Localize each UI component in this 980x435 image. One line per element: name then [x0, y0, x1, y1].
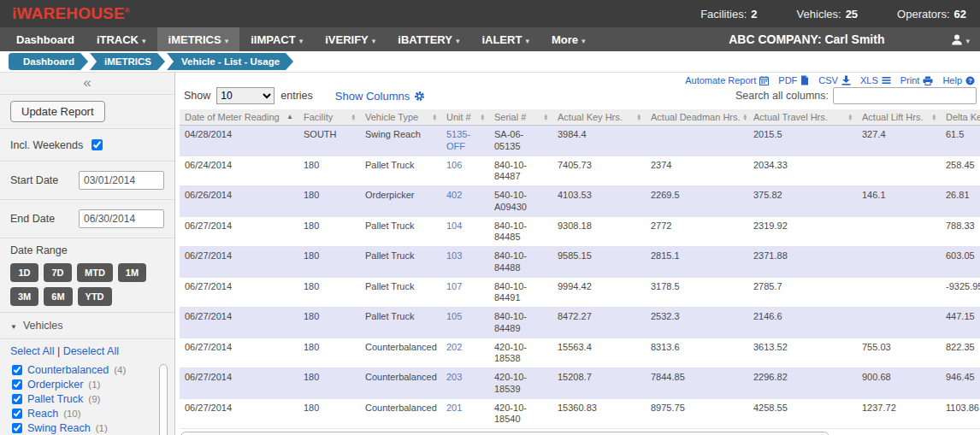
vehicle-filter-checkbox[interactable]: [12, 423, 22, 433]
table-cell: 7844.85: [646, 368, 748, 399]
vehicle-filter-item: Swing Reach(1): [12, 420, 154, 435]
column-header-label: Serial #: [494, 112, 526, 122]
unit-number-link[interactable]: 201: [446, 403, 462, 413]
breadcrumb-item-dashboard[interactable]: Dashboard: [9, 53, 88, 70]
unit-number-link[interactable]: 107: [446, 281, 462, 291]
vehicle-filter-checkbox[interactable]: [12, 409, 22, 419]
table-cell: 106: [441, 156, 489, 186]
table-cell: 180: [298, 277, 360, 308]
date-range-button-1d[interactable]: 1D: [10, 263, 38, 282]
vehicle-filter-count: (4): [114, 365, 126, 375]
select-all-row: Select All | Deselect All: [0, 339, 174, 361]
nav-item-dashboard[interactable]: Dashboard: [5, 27, 86, 51]
end-date-input[interactable]: [79, 209, 164, 228]
incl-weekends-checkbox[interactable]: [92, 139, 103, 150]
column-header-serial[interactable]: Serial #: [489, 109, 552, 126]
date-range-button-3m[interactable]: 3M: [10, 287, 38, 306]
unit-number-link[interactable]: 202: [446, 342, 462, 352]
table-cell: 2269.5: [646, 186, 748, 217]
nav-item-imetrics[interactable]: iMETRICS: [157, 27, 240, 51]
vertical-scrollbar[interactable]: [159, 364, 168, 435]
table-cell: 180: [298, 338, 360, 368]
column-header-unit[interactable]: Unit #: [441, 109, 489, 126]
date-range-button-7d[interactable]: 7D: [44, 263, 72, 282]
table-cell: Swing Reach: [360, 126, 441, 156]
date-range-button-6m[interactable]: 6M: [44, 287, 72, 306]
export-link-csv[interactable]: CSV: [818, 75, 851, 85]
unit-number-link[interactable]: 402: [446, 190, 462, 200]
column-header-delta-key-hrs[interactable]: Delta Key Hrs.: [941, 109, 980, 126]
show-columns-button[interactable]: Show Columns: [335, 90, 425, 103]
table-cell: 420-10-18540: [489, 398, 552, 429]
vehicle-filter-checkbox[interactable]: [12, 379, 22, 390]
nav-item-more[interactable]: More: [540, 27, 597, 51]
update-report-button[interactable]: Update Report: [10, 101, 105, 122]
nav-item-ibattery[interactable]: iBATTERY: [387, 27, 470, 51]
column-header-actual-deadman-hrs[interactable]: Actual Deadman Hrs.: [646, 109, 748, 126]
deselect-all-link[interactable]: Deselect All: [63, 345, 119, 357]
user-menu[interactable]: [951, 27, 970, 51]
unit-number-link[interactable]: 103: [446, 250, 462, 261]
export-link-xls[interactable]: XLS: [860, 75, 891, 85]
table-cell: 2319.92: [748, 216, 857, 247]
column-header-vehicle-type[interactable]: Vehicle Type: [360, 109, 441, 126]
vehicle-filter-item: Pallet Truck(9): [12, 391, 154, 406]
sort-icon: [634, 114, 641, 121]
export-link-pdf[interactable]: PDF: [778, 75, 809, 85]
column-header-date-of-meter-reading[interactable]: Date of Meter Reading: [180, 109, 298, 126]
nav-item-iverify[interactable]: iVERIFY: [314, 27, 387, 51]
unit-number-link[interactable]: 104: [446, 220, 462, 231]
unit-number-link[interactable]: 5135-OFF: [446, 129, 470, 151]
table-cell: 06/27/2014: [180, 247, 298, 278]
column-header-actual-key-hrs[interactable]: Actual Key Hrs.: [552, 109, 646, 126]
column-header-label: Actual Lift Hrs.: [862, 112, 924, 122]
table-cell: 603.05: [941, 247, 980, 278]
date-range-button-1m[interactable]: 1M: [118, 263, 146, 282]
select-all-link[interactable]: Select All: [10, 345, 54, 357]
column-header-label: Actual Travel Hrs.: [753, 112, 828, 122]
unit-number-link[interactable]: 203: [446, 372, 462, 382]
column-header-label: Unit #: [446, 112, 471, 122]
nav-item-itrack[interactable]: iTRACK: [86, 27, 157, 51]
vehicle-filter-label: Reach: [27, 408, 58, 420]
vehicle-filter-checkbox[interactable]: [12, 394, 22, 404]
table-cell: 2815.1: [646, 247, 748, 278]
nav-item-ialert[interactable]: iALERT: [470, 27, 540, 51]
export-link-automate-report[interactable]: Automate Report: [685, 75, 769, 85]
vehicle-filter-count: (1): [88, 379, 100, 390]
vehicle-filter-checkbox[interactable]: [12, 365, 22, 375]
export-link-print[interactable]: Print: [900, 75, 934, 85]
date-range-button-mtd[interactable]: MTD: [77, 263, 113, 282]
date-range-label: Date Range: [10, 244, 164, 256]
page-size-select[interactable]: 10: [216, 87, 275, 104]
sort-asc-icon: [283, 115, 293, 120]
nav-item-label: iALERT: [481, 33, 522, 46]
column-header-facility[interactable]: Facility: [298, 109, 360, 126]
vehicle-filter-count: (9): [88, 394, 100, 404]
show-label: Show: [184, 90, 210, 102]
search-input[interactable]: [833, 87, 977, 104]
vehicles-section-header[interactable]: Vehicles: [0, 313, 174, 339]
column-header-actual-travel-hrs[interactable]: Actual Travel Hrs.: [748, 109, 857, 126]
breadcrumb-item-vehicle-list-usage[interactable]: Vehicle - List - Usage: [167, 53, 293, 70]
chevron-down-icon: [225, 33, 229, 46]
unit-number-link[interactable]: 105: [446, 311, 462, 321]
table-cell: 15208.7: [552, 368, 646, 399]
sidebar-collapse-button[interactable]: «: [0, 73, 174, 95]
table-cell: [857, 156, 941, 186]
table-cell: 180: [298, 156, 360, 186]
start-date-input[interactable]: [79, 171, 164, 190]
stat-value: 2: [751, 8, 757, 21]
date-range-button-ytd[interactable]: YTD: [78, 287, 112, 306]
column-header-actual-lift-hrs[interactable]: Actual Lift Hrs.: [857, 109, 941, 126]
vehicle-filter-list: Counterbalanced(4)Orderpicker(1)Pallet T…: [0, 361, 174, 435]
breadcrumb-item-imetrics[interactable]: iMETRICS: [90, 53, 165, 70]
table-cell: 1103.86: [941, 398, 980, 429]
table-row: 06/27/2014180Pallet Truck105840-10-84489…: [180, 308, 980, 338]
export-link-help[interactable]: Help?: [942, 75, 975, 85]
horizontal-scrollbar[interactable]: [180, 432, 829, 435]
table-cell: 788.33: [941, 216, 980, 247]
nav-item-iimpact[interactable]: iIMPACT: [239, 27, 314, 51]
table-cell: 107: [441, 277, 489, 308]
unit-number-link[interactable]: 106: [446, 160, 462, 170]
